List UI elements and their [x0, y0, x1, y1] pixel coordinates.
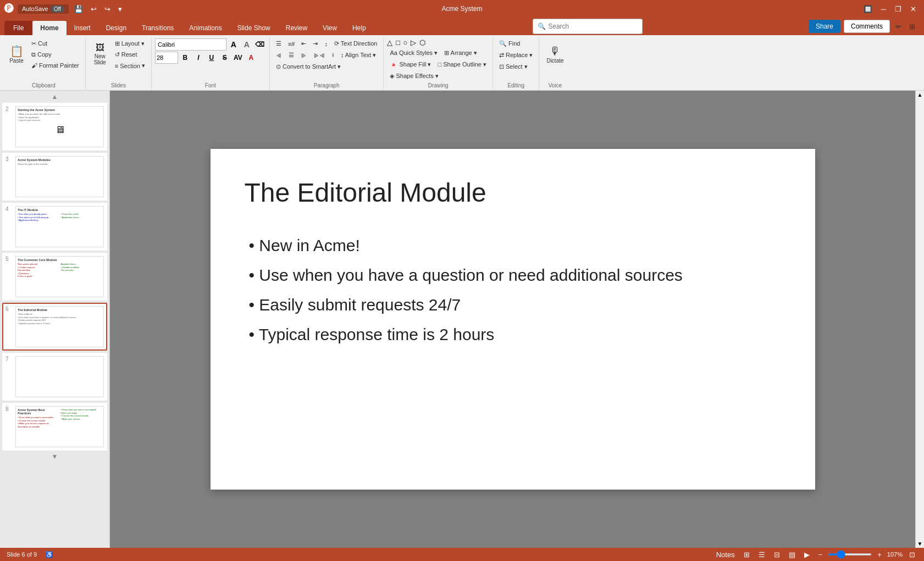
outline-view-button[interactable]: ☰	[756, 549, 767, 560]
font-size-input[interactable]	[155, 52, 178, 64]
section-button[interactable]: ≡ Section ▾	[112, 60, 148, 71]
format-painter-button[interactable]: 🖌 Format Painter	[29, 60, 82, 70]
share-button[interactable]: Share	[809, 20, 840, 33]
font-decrease-button[interactable]: A	[228, 38, 240, 51]
slide-thumb-4[interactable]: 4 The IT Module • Use when you already g…	[2, 203, 107, 251]
zoom-slider[interactable]	[828, 553, 872, 556]
slide-thumb-5[interactable]: 5 The Customer Care Module New system ph…	[2, 253, 107, 301]
slide-panel-scroll-down[interactable]: ▼	[2, 453, 107, 460]
tab-insert[interactable]: Insert	[67, 21, 98, 35]
slide-panel: ▲ 2 Starting the Acme System • Make sure…	[0, 91, 110, 548]
slideshow-button[interactable]: ▶	[802, 549, 812, 560]
reading-view-button[interactable]: ▤	[787, 549, 798, 560]
columns-button[interactable]: ⫲	[329, 50, 337, 60]
select-button[interactable]: ⊡ Select ▾	[496, 62, 530, 72]
drawing-label: Drawing	[387, 81, 489, 90]
copy-button[interactable]: ⧉ Copy	[29, 49, 82, 60]
redo-button[interactable]: ↪	[102, 4, 113, 14]
close-button[interactable]: ✕	[907, 4, 920, 14]
layout-button[interactable]: ⊞ Layout ▾	[112, 38, 148, 49]
scroll-up-arrow[interactable]: ▲	[916, 91, 924, 99]
slide-thumb-8[interactable]: 8 Acme System Best Practices • Know what…	[2, 403, 107, 451]
decrease-indent-button[interactable]: ⇤	[298, 38, 309, 49]
character-spacing-button[interactable]: AV	[232, 52, 244, 64]
presentation-mode-button[interactable]: ⊞	[907, 21, 917, 32]
ribbon-group-voice: 🎙 Dictate Voice	[539, 37, 571, 90]
zoom-out-button[interactable]: −	[816, 549, 825, 560]
restore-button[interactable]: ❐	[892, 4, 905, 14]
tab-slideshow[interactable]: Slide Show	[230, 21, 278, 35]
notes-button[interactable]: Notes	[714, 549, 737, 560]
tab-view[interactable]: View	[315, 21, 345, 35]
tab-home[interactable]: Home	[32, 21, 66, 35]
align-text-button[interactable]: ↕ Align Text ▾	[338, 50, 379, 60]
arrange-button[interactable]: ⊞ Arrange ▾	[441, 48, 480, 58]
bullets-button[interactable]: ☰	[273, 38, 284, 49]
align-right-button[interactable]: ⫸	[298, 51, 309, 60]
save-button[interactable]: 💾	[72, 4, 85, 14]
undo-button[interactable]: ↩	[88, 4, 99, 14]
justify-button[interactable]: ⫸⫷	[311, 51, 328, 60]
ribbon-display-button[interactable]: 🔲	[860, 4, 876, 14]
shape-outline-button[interactable]: □ Shape Outline ▾	[435, 59, 489, 70]
tab-animations[interactable]: Animations	[181, 21, 229, 35]
italic-button[interactable]: I	[192, 52, 204, 64]
numbering-button[interactable]: ≡#	[285, 39, 298, 49]
minimize-button[interactable]: ─	[878, 4, 889, 14]
dictate-icon: 🎙	[550, 46, 561, 57]
autosave-state: Off	[51, 5, 64, 13]
cut-button[interactable]: ✂ Cut	[29, 38, 82, 49]
autosave-toggle[interactable]: AutoSave Off	[18, 4, 69, 14]
tab-help[interactable]: Help	[345, 21, 374, 35]
slide-thumb-7[interactable]: 7	[2, 353, 107, 401]
shape-effects-button[interactable]: ◈ Shape Effects ▾	[387, 71, 441, 81]
main-area: ▲ 2 Starting the Acme System • Make sure…	[0, 91, 924, 548]
slides-label: Slides	[89, 81, 148, 90]
font-family-select[interactable]	[155, 38, 226, 51]
reset-button[interactable]: ↺ Reset	[112, 49, 148, 60]
customize-button[interactable]: ▾	[116, 4, 124, 14]
line-spacing-button[interactable]: ↕	[322, 39, 330, 49]
slide-thumb-3[interactable]: 3 Acme System Modules Shows the path to …	[2, 153, 107, 201]
bullet-1[interactable]: New in Acme!	[244, 231, 782, 260]
tab-review[interactable]: Review	[278, 21, 315, 35]
increase-indent-button[interactable]: ⇥	[310, 38, 320, 49]
zoom-in-button[interactable]: +	[875, 549, 884, 560]
tab-design[interactable]: Design	[98, 21, 134, 35]
underline-button[interactable]: U	[206, 52, 218, 64]
paste-button[interactable]: 📋 Paste	[5, 38, 27, 70]
shape-fill-button[interactable]: 🔺 Shape Fill ▾	[387, 59, 434, 70]
bullet-3[interactable]: Easily submit requests 24/7	[244, 290, 782, 320]
text-direction-button[interactable]: ⟳ Text Direction	[331, 38, 380, 49]
quick-styles-button[interactable]: Aa Quick Styles ▾	[387, 48, 440, 58]
find-button[interactable]: 🔍 Find	[496, 38, 523, 49]
slide-thumb-2[interactable]: 2 Starting the Acme System • Make sure y…	[2, 103, 107, 151]
font-color-button[interactable]: A	[245, 52, 257, 64]
smartart-button[interactable]: ⊙ Convert to SmartArt ▾	[273, 62, 344, 72]
comments-button[interactable]: Comments	[844, 20, 890, 33]
align-center-button[interactable]: ☰	[286, 50, 297, 60]
bullet-2[interactable]: Use when you have a question or need add…	[244, 260, 782, 290]
slide-title[interactable]: The Editorial Module	[244, 176, 782, 209]
align-left-button[interactable]: ⫷	[273, 51, 285, 60]
tab-file[interactable]: File	[4, 21, 32, 35]
tab-transitions[interactable]: Transitions	[134, 21, 181, 35]
pen-tool-button[interactable]: ✏	[893, 21, 904, 32]
bullet-4[interactable]: Typical response time is 2 hours	[244, 320, 782, 349]
search-input[interactable]	[548, 23, 630, 30]
slide-sorter-button[interactable]: ⊟	[772, 549, 782, 560]
bold-button[interactable]: B	[179, 52, 191, 64]
right-scrollbar[interactable]: ▲ ▼	[915, 91, 924, 548]
normal-view-button[interactable]: ⊞	[742, 549, 752, 560]
slide-panel-scroll-up[interactable]: ▲	[2, 93, 107, 101]
dictate-button[interactable]: 🎙 Dictate	[543, 38, 567, 70]
font-increase-button[interactable]: A	[241, 38, 253, 51]
strikethrough-button[interactable]: S	[219, 52, 231, 64]
fit-slide-button[interactable]: ⊡	[907, 549, 917, 560]
new-slide-button[interactable]: 🖼 NewSlide	[89, 38, 111, 70]
replace-button[interactable]: ⇄ Replace ▾	[496, 50, 535, 60]
clear-formatting-button[interactable]: ⌫	[254, 38, 266, 51]
scroll-down-arrow[interactable]: ▼	[916, 540, 924, 548]
slide-thumb-6[interactable]: 6 The Editorial Module • New in Acme!• U…	[2, 303, 107, 351]
clipboard-label: Clipboard	[5, 81, 82, 90]
